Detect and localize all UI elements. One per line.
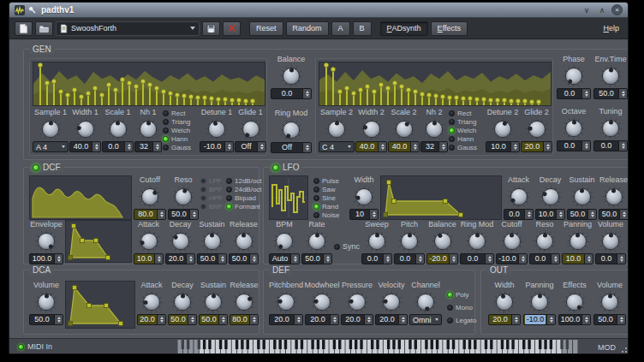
dcf-led[interactable] <box>33 164 39 171</box>
preset-combobox[interactable]: SwooshForth <box>56 21 200 36</box>
lfo-attack-spinbox[interactable]: 0.0 <box>504 209 534 220</box>
radio-rect[interactable]: Rect <box>449 110 485 117</box>
gen-envtime-knob[interactable] <box>599 65 622 87</box>
lfo-reso-knob[interactable] <box>534 230 556 252</box>
pin-icon[interactable] <box>28 6 36 14</box>
def-pressure-knob[interactable] <box>346 291 368 313</box>
lfo-wave-display[interactable] <box>269 175 308 220</box>
spin-arrows[interactable] <box>584 254 593 264</box>
spin-arrows[interactable] <box>257 142 265 151</box>
gen-scale1-spinbox[interactable]: 0.0 <box>102 141 134 152</box>
radio-welch[interactable]: Welch <box>163 127 199 134</box>
spin-arrows[interactable] <box>438 142 447 151</box>
spin-arrows[interactable] <box>54 254 63 264</box>
reset-button[interactable]: Reset <box>249 21 283 36</box>
radio-pulse[interactable]: Pulse <box>313 177 348 185</box>
lfo-volume-knob[interactable] <box>599 230 622 252</box>
spin-arrows[interactable] <box>618 89 627 98</box>
out-effects-knob[interactable] <box>564 291 586 313</box>
spin-arrows[interactable] <box>154 254 163 264</box>
spin-arrows[interactable] <box>524 210 533 219</box>
radio-poly[interactable]: Poly <box>447 291 481 299</box>
gen-detune2-knob[interactable] <box>492 118 514 140</box>
spin-arrows[interactable] <box>330 315 338 324</box>
out-panning-knob[interactable] <box>528 291 551 313</box>
spin-arrows[interactable] <box>188 315 196 324</box>
dca-sustain-knob[interactable] <box>202 291 224 313</box>
spin-arrows[interactable] <box>581 315 590 324</box>
radio-12db-oct[interactable]: 12dB/oct <box>226 177 264 185</box>
def-velocity-knob[interactable] <box>380 291 402 313</box>
gen-nh2-spinbox[interactable]: 32 <box>420 141 448 152</box>
spin-arrows[interactable] <box>152 142 161 151</box>
spin-arrows[interactable] <box>518 254 527 264</box>
spin-arrows[interactable] <box>224 142 233 151</box>
gen-ringmod-spinbox[interactable]: Off <box>271 142 312 153</box>
radio-brf[interactable]: BRF <box>200 203 224 211</box>
gen-sample1-knob[interactable] <box>39 118 62 140</box>
lfo-attack-knob[interactable] <box>508 186 530 208</box>
dcf-sustain-knob[interactable] <box>201 230 224 252</box>
spin-arrows[interactable] <box>249 254 258 264</box>
def-pitchbend-spinbox[interactable]: 20.0 <box>269 314 303 325</box>
gen-nh2-knob[interactable] <box>423 118 445 140</box>
def-pitchbend-knob[interactable] <box>275 291 297 313</box>
dca-decay-knob[interactable] <box>171 291 194 313</box>
spin-arrows[interactable] <box>157 210 165 219</box>
preset-a-button[interactable]: A <box>331 21 350 36</box>
spin-arrows[interactable] <box>617 254 625 264</box>
spin-arrows[interactable] <box>124 142 133 151</box>
dcf-attack-knob[interactable] <box>138 230 160 252</box>
dcf-cutoff-knob[interactable] <box>139 186 161 208</box>
spin-arrows[interactable] <box>218 315 227 324</box>
shade-button[interactable]: ∨ <box>581 4 593 15</box>
radio-hann[interactable]: Hann <box>449 135 485 143</box>
out-width-knob[interactable] <box>493 291 516 313</box>
dcf-cutoff-spinbox[interactable]: 80.0 <box>134 209 166 220</box>
dca-decay-spinbox[interactable]: 50.0 <box>168 314 197 325</box>
gen-scale2-spinbox[interactable]: 40.0 <box>388 141 420 152</box>
spin-arrows[interactable] <box>546 315 555 324</box>
dcf-decay-spinbox[interactable]: 20.0 <box>165 253 195 264</box>
radio-legato[interactable]: Legato <box>447 317 481 324</box>
lfo-rate-spinbox[interactable]: 50.0 <box>301 253 332 264</box>
radio-bpf[interactable]: BPF <box>200 186 224 193</box>
dcf-release-knob[interactable] <box>233 230 255 252</box>
def-modwheel-knob[interactable] <box>311 291 333 313</box>
dcf-reso-spinbox[interactable]: 50.0 <box>168 209 199 220</box>
lfo-reso-spinbox[interactable]: 0.0 <box>529 253 560 264</box>
radio-rand[interactable]: Rand <box>313 203 348 211</box>
radio-sine[interactable]: Sine <box>313 194 348 202</box>
gen-nh1-spinbox[interactable]: 32 <box>134 141 162 152</box>
dca-volume-knob[interactable] <box>35 291 57 313</box>
gen-width2-spinbox[interactable]: 40.0 <box>355 141 387 152</box>
gen-phase-spinbox[interactable]: 0.0 <box>557 88 591 99</box>
lfo-width-spinbox[interactable]: 10 <box>349 209 379 220</box>
gen-width2-knob[interactable] <box>361 118 383 140</box>
help-button[interactable]: Help <box>599 22 623 34</box>
spin-arrows[interactable] <box>290 254 299 264</box>
radio-triang[interactable]: Triang <box>449 118 485 126</box>
def-modwheel-spinbox[interactable]: 20.0 <box>305 314 339 325</box>
spin-arrows[interactable] <box>323 254 331 264</box>
dca-attack-knob[interactable] <box>140 291 163 313</box>
lfo-panning-spinbox[interactable]: 10.0 <box>562 253 593 264</box>
gen-glide2-knob[interactable] <box>526 118 548 140</box>
lfo-sweep-knob[interactable] <box>366 230 388 252</box>
gen-envtime-spinbox[interactable]: 50.0 <box>593 88 628 99</box>
harmonics-display-1[interactable] <box>33 62 265 106</box>
spin-arrows[interactable] <box>510 142 519 151</box>
gen-phase-knob[interactable] <box>563 65 585 87</box>
lfo-ringmod-spinbox[interactable]: 0.0 <box>460 253 494 264</box>
lfo-ringmod-knob[interactable] <box>466 230 488 252</box>
radio-triang[interactable]: Triang <box>163 118 199 126</box>
gen-width1-knob[interactable] <box>75 118 97 140</box>
new-preset-button[interactable] <box>15 21 33 36</box>
gen-octave-knob[interactable] <box>563 117 585 139</box>
lfo-rate-knob[interactable] <box>306 230 328 252</box>
spin-arrows[interactable] <box>249 315 258 324</box>
spin-arrows[interactable] <box>587 210 596 219</box>
lfo-decay-spinbox[interactable]: 10.0 <box>535 209 565 220</box>
gen-glide1-knob[interactable] <box>240 118 262 140</box>
dca-attack-spinbox[interactable]: 20.0 <box>137 314 166 325</box>
